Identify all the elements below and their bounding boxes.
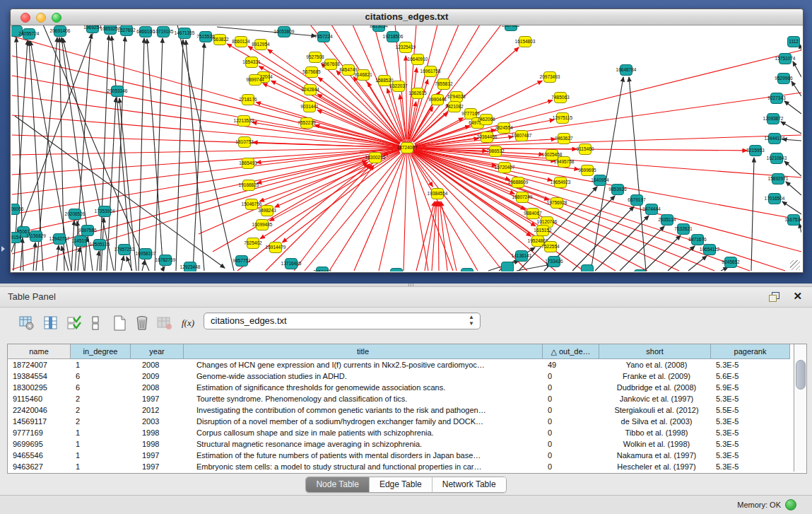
network-graph-canvas[interactable]: 1872400776638228660124891295416543312342…	[11, 25, 801, 271]
graph-edge[interactable]	[416, 201, 435, 271]
graph-node[interactable]: 14671355	[175, 28, 195, 39]
graph-edge[interactable]	[782, 139, 801, 141]
table-cell[interactable]: 2	[71, 393, 129, 404]
graph-edge[interactable]	[782, 201, 801, 214]
graph-edge[interactable]	[142, 260, 145, 271]
table-cell[interactable]: 0	[543, 450, 597, 461]
graph-node[interactable]: 16640910	[408, 54, 428, 65]
graph-node[interactable]: 18807249	[512, 192, 533, 203]
graph-edge[interactable]	[407, 148, 453, 271]
graph-node[interactable]: 9699695	[578, 165, 596, 176]
graph-edge[interactable]	[784, 161, 801, 176]
table-row[interactable]: 911546021997Tourette syndrome. Phenomeno…	[8, 393, 790, 404]
graph-edge[interactable]	[751, 158, 754, 271]
graph-edge[interactable]	[438, 201, 439, 271]
graph-node[interactable]: 13716485	[281, 259, 302, 269]
graph-node[interactable]: 17957253	[114, 245, 135, 255]
table-row[interactable]: 1938455462009Genome-wide association stu…	[8, 370, 790, 382]
graph-edge[interactable]	[591, 77, 623, 271]
graph-node[interactable]: 8660124	[232, 37, 250, 47]
graph-edge[interactable]	[12, 148, 407, 214]
graph-node[interactable]: 9884067	[524, 209, 542, 219]
graph-node[interactable]: 1969254	[83, 25, 102, 33]
graph-node[interactable]	[461, 269, 473, 272]
graph-node[interactable]: 16782759	[155, 255, 176, 266]
table-cell[interactable]: 2012	[131, 404, 188, 416]
graph-node[interactable]: 7485063	[551, 93, 570, 103]
table-cell[interactable]: 0	[543, 370, 597, 382]
graph-node[interactable]: 7522554	[541, 242, 560, 252]
table-settings-icon[interactable]	[18, 314, 36, 332]
graph-edge[interactable]	[688, 256, 707, 271]
table-row[interactable]: 1830029562008Estimation of significance …	[8, 382, 790, 393]
column-header-name[interactable]: name	[8, 344, 71, 359]
graph-node[interactable]: 16648784	[616, 65, 637, 76]
graph-node[interactable]: 6794028	[447, 92, 466, 103]
graph-edge[interactable]	[629, 77, 646, 271]
graph-node[interactable]: 16154803	[515, 37, 536, 47]
graph-node[interactable]: 7855812	[435, 79, 453, 90]
graph-node[interactable]: 9397586	[78, 226, 97, 236]
table-cell[interactable]: Structural magnetic resonance image aver…	[184, 438, 548, 450]
table-row[interactable]: 946554611997Estimation of the future num…	[8, 450, 790, 461]
table-row[interactable]: 969969511998Structural magnetic resonanc…	[8, 438, 790, 450]
graph-node[interactable]: 1362615	[408, 88, 427, 99]
graph-node[interactable]: 6679197	[628, 195, 646, 206]
delete-table-icon[interactable]	[133, 314, 151, 332]
graph-node[interactable]: 12444134	[765, 134, 785, 144]
graph-edge[interactable]	[407, 148, 750, 271]
column-header-year[interactable]: year	[131, 344, 184, 359]
graph-edge[interactable]	[217, 27, 316, 36]
graph-edge[interactable]	[784, 101, 801, 114]
graph-edge[interactable]	[176, 40, 183, 271]
graph-edge[interactable]	[294, 165, 374, 271]
graph-node[interactable]: 10654112	[700, 245, 720, 255]
table-cell[interactable]: Yano et al. (2008)	[599, 359, 709, 370]
graph-edge[interactable]	[57, 245, 59, 271]
graph-edge[interactable]	[126, 257, 132, 271]
graph-edge[interactable]	[193, 43, 204, 271]
graph-node[interactable]: 12923448	[180, 262, 201, 272]
graph-node[interactable]: 2450412	[313, 267, 331, 272]
table-cell[interactable]: 0	[543, 416, 597, 427]
table-cell[interactable]: 5.3E-5	[711, 393, 788, 404]
graph-node[interactable]: 2087682	[502, 25, 520, 31]
graph-node[interactable]: 9474444	[642, 204, 661, 215]
graph-node[interactable]: 1810753	[235, 137, 254, 148]
table-cell[interactable]: 1997	[131, 393, 188, 404]
graph-node[interactable]: 12975115	[553, 113, 573, 124]
table-cell[interactable]: 19384554	[8, 370, 69, 382]
scrollbar-thumb[interactable]	[796, 360, 806, 390]
graph-node[interactable]: 1733426	[545, 257, 563, 267]
graph-node[interactable]: 7625402	[244, 238, 262, 249]
table-cell[interactable]: 2008	[131, 382, 188, 393]
table-cell[interactable]: 2009	[131, 370, 188, 382]
graph-edge[interactable]	[121, 256, 124, 271]
graph-node[interactable]	[635, 270, 647, 272]
graph-node[interactable]: 19166825	[239, 180, 259, 191]
graph-edge[interactable]	[12, 148, 407, 234]
table-cell[interactable]: 49	[543, 359, 597, 370]
table-cell[interactable]: Estimation of significance thresholds fo…	[184, 382, 548, 393]
graph-edge[interactable]	[786, 182, 801, 195]
graph-node[interactable]: 1112	[788, 37, 800, 47]
table-cell[interactable]: 5.3E-5	[711, 416, 788, 427]
table-cell[interactable]: 2008	[131, 359, 188, 370]
table-cell[interactable]: 0	[543, 382, 597, 393]
graph-edge[interactable]	[595, 216, 649, 271]
graph-edge[interactable]	[404, 148, 407, 271]
delete-column-icon[interactable]	[155, 314, 174, 332]
table-cell[interactable]: 1998	[131, 438, 188, 450]
graph-edge[interactable]	[12, 115, 407, 148]
table-cell[interactable]: 5.5E-5	[711, 404, 788, 416]
graph-node[interactable]: 8471676	[688, 235, 707, 245]
table-cell[interactable]: 1	[71, 450, 129, 461]
table-cell[interactable]: 5.9E-5	[711, 382, 788, 393]
graph-node[interactable]: 16099485	[252, 220, 273, 230]
graph-node[interactable]: 9115460	[577, 144, 594, 155]
column-header-short[interactable]: short	[599, 344, 711, 359]
graph-node[interactable]: 8813054	[370, 25, 388, 32]
graph-edge[interactable]	[407, 148, 801, 252]
graph-node[interactable]: 12093872	[763, 114, 784, 124]
graph-edge[interactable]	[668, 246, 695, 271]
